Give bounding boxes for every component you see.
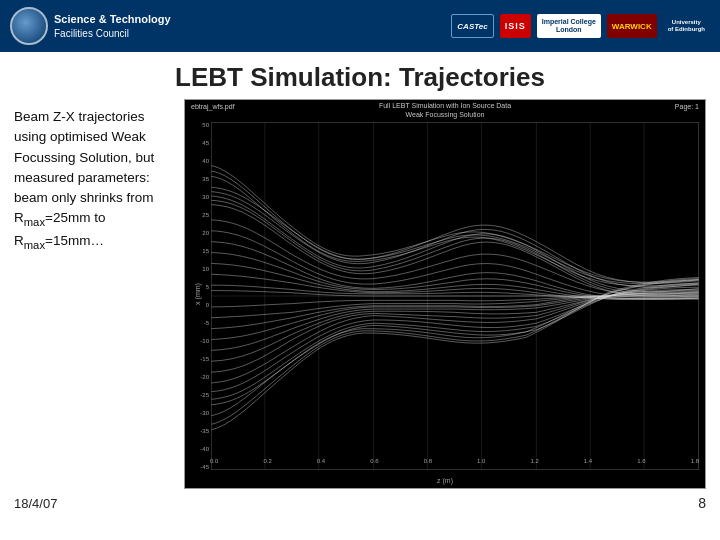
- edinburgh-logo: Universityof Edinburgh: [663, 14, 710, 38]
- main-content: Beam Z-X trajectories using optimised We…: [0, 99, 720, 489]
- description-paragraph: Beam Z-X trajectories using optimised We…: [14, 107, 174, 253]
- stfc-text: Science & Technology Facilities Council: [54, 12, 171, 39]
- partner-logos: CASTec ISIS Imperial CollegeLondon WARWI…: [451, 14, 710, 38]
- chart-subtitle: Weak Focussing Solution: [406, 111, 485, 118]
- footer-page: 8: [698, 495, 706, 511]
- trajectory-chart: ebtraj_wfs.pdf Page: 1 Full LEBT Simulat…: [184, 99, 706, 489]
- chart-filename: ebtraj_wfs.pdf: [191, 103, 235, 110]
- castec-logo: CASTec: [451, 14, 493, 38]
- stfc-line1: Science & Technology: [54, 12, 171, 26]
- warwick-logo: WARWICK: [607, 14, 657, 38]
- stfc-circle-logo: [10, 7, 48, 45]
- page-title: LEBT Simulation: Trajectories: [20, 62, 700, 93]
- x-axis-label: z (m): [437, 477, 453, 484]
- stfc-logo: Science & Technology Facilities Council: [10, 7, 171, 45]
- x-axis-ticks: 0.0 0.2 0.4 0.6 0.8 1.0 1.2 1.4 1.6 1.8: [210, 458, 699, 470]
- footer-date: 18/4/07: [14, 496, 57, 511]
- chart-header: ebtraj_wfs.pdf Page: 1: [185, 103, 705, 110]
- stfc-line2: Facilities Council: [54, 27, 171, 40]
- trajectory-svg: [211, 122, 699, 470]
- y-axis-label: x (mm): [194, 283, 201, 305]
- imperial-logo: Imperial CollegeLondon: [537, 14, 601, 38]
- description-text: Beam Z-X trajectories using optimised We…: [14, 99, 174, 489]
- header-bar: Science & Technology Facilities Council …: [0, 0, 720, 52]
- title-bar: LEBT Simulation: Trajectories: [0, 52, 720, 99]
- chart-page: Page: 1: [675, 103, 699, 110]
- isis-logo: ISIS: [500, 14, 531, 38]
- footer: 18/4/07 8: [0, 489, 720, 515]
